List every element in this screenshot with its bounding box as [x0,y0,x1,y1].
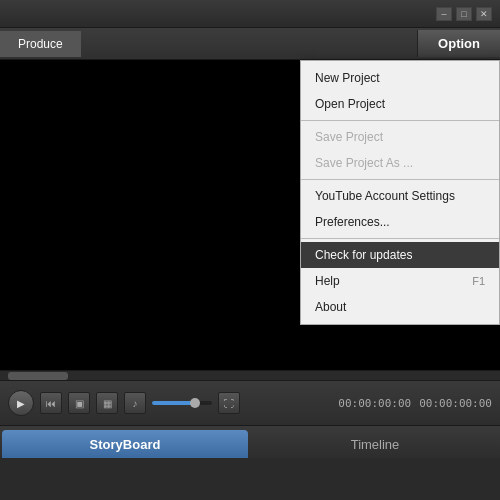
title-bar: – □ ✕ [0,0,500,28]
dropdown-separator [301,120,499,121]
play-icon: ▶ [17,398,25,409]
dropdown-item-open-project[interactable]: Open Project [301,91,499,117]
dropdown-item-label-new-project: New Project [315,71,380,85]
dropdown-item-check-updates[interactable]: Check for updates [301,242,499,268]
dropdown-item-save-project: Save Project [301,124,499,150]
volume-button[interactable]: ♪ [124,392,146,414]
dropdown-item-label-open-project: Open Project [315,97,385,111]
dropdown-item-youtube-settings[interactable]: YouTube Account Settings [301,183,499,209]
timecode-display: 00:00:00:00 00:00:00:00 [338,397,492,410]
skip-back-icon: ⏮ [46,398,56,409]
menu-item-option[interactable]: Option [417,30,500,57]
dropdown-item-preferences[interactable]: Preferences... [301,209,499,235]
dropdown-item-label-preferences: Preferences... [315,215,390,229]
menu-bar: Produce Option [0,28,500,60]
dropdown-item-save-project-as: Save Project As ... [301,150,499,176]
main-video-area: New ProjectOpen ProjectSave ProjectSave … [0,60,500,370]
dropdown-item-label-help: Help [315,274,340,288]
tab-bar: StoryBoardTimeline [0,426,500,458]
trim-button[interactable]: ▣ [68,392,90,414]
dropdown-item-label-save-project: Save Project [315,130,383,144]
fullscreen-icon: ⛶ [224,398,234,409]
volume-slider-thumb[interactable] [190,398,200,408]
timeline-scrollbar[interactable] [0,370,500,380]
dropdown-separator [301,179,499,180]
control-bar: ▶ ⏮ ▣ ▦ ♪ ⛶ 00:00:00:00 00:00:00:00 [0,380,500,426]
timecode-current: 00:00:00:00 [338,397,411,410]
menu-item-produce[interactable]: Produce [0,31,81,57]
tab-storyboard[interactable]: StoryBoard [2,430,248,458]
tab-timeline[interactable]: Timeline [252,430,498,458]
dropdown-item-shortcut-help: F1 [472,275,485,287]
scroll-thumb[interactable] [8,372,68,380]
dropdown-item-label-check-updates: Check for updates [315,248,412,262]
trim2-button[interactable]: ▦ [96,392,118,414]
close-button[interactable]: ✕ [476,7,492,21]
dropdown-item-new-project[interactable]: New Project [301,65,499,91]
skip-back-button[interactable]: ⏮ [40,392,62,414]
dropdown-separator [301,238,499,239]
minimize-button[interactable]: – [436,7,452,21]
title-bar-controls: – □ ✕ [436,7,492,21]
trim2-icon: ▦ [103,398,112,409]
dropdown-item-label-youtube-settings: YouTube Account Settings [315,189,455,203]
volume-slider-track[interactable] [152,401,212,405]
volume-icon: ♪ [133,398,138,409]
volume-slider-fill [152,401,192,405]
timecode-total: 00:00:00:00 [419,397,492,410]
maximize-button[interactable]: □ [456,7,472,21]
dropdown-item-help[interactable]: HelpF1 [301,268,499,294]
dropdown-item-about[interactable]: About [301,294,499,320]
dropdown-item-label-about: About [315,300,346,314]
trim-icon: ▣ [75,398,84,409]
option-dropdown-menu: New ProjectOpen ProjectSave ProjectSave … [300,60,500,325]
fullscreen-button[interactable]: ⛶ [218,392,240,414]
dropdown-item-label-save-project-as: Save Project As ... [315,156,413,170]
play-button[interactable]: ▶ [8,390,34,416]
volume-slider-wrap [152,401,212,405]
